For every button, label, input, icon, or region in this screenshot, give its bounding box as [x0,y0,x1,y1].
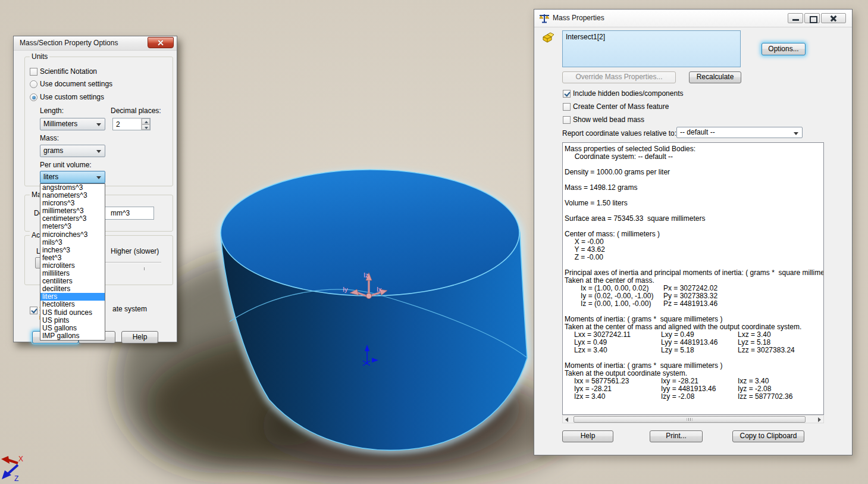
print-button[interactable]: Print... [650,430,703,442]
solidworks-viewport: Iz Iy Ix X Z Mass/Section Property Optio… [0,0,868,484]
volume-option[interactable]: feet^3 [40,254,105,262]
window-controls [788,13,846,23]
include-hidden-bodies-checkbox[interactable] [563,90,571,98]
volume-option[interactable]: microns^3 [40,199,105,207]
volume-option[interactable]: centimeters^3 [40,215,105,223]
volume-option[interactable]: liters [40,293,105,301]
report-coordinate-label: Report coordinate values relative to: [562,129,676,138]
mass-properties-window: Mass Properties Intersect1[2] Options...… [534,9,853,455]
selected-item: Intersect1[2] [566,33,605,41]
length-label: Length: [40,107,64,115]
mass-label: Mass: [40,134,59,142]
spinner-up-icon[interactable] [142,118,150,124]
include-hidden-bodies-label: Include hidden bodies/components [573,89,683,98]
volume-option[interactable]: microinches^3 [40,231,105,239]
help-button[interactable]: Help [121,331,158,344]
volume-option[interactable]: US fluid ounces [40,309,105,317]
volume-option[interactable]: hectoliters [40,301,105,308]
com-axis-x-label: Ix [377,286,382,293]
mass-units-value: grams [43,146,63,155]
report-line: Izx = 3.40Izy = -2.08Izz = 5877702.36 [565,393,823,401]
per-unit-volume-label: Per unit volume: [40,161,92,169]
report-line: Density = 1000.00 grams per liter [565,168,823,176]
volume-units-value: liters [43,173,58,181]
close-icon[interactable] [821,13,846,23]
output-coordinate-system-checkbox[interactable] [30,307,37,314]
selected-items-listbox[interactable]: Intersect1[2] [562,30,741,67]
recalculate-button[interactable]: Recalculate [689,71,741,83]
volume-option[interactable]: milliliters [40,270,105,277]
length-units-combobox[interactable]: Millimeters [40,118,105,130]
use-document-settings-radio[interactable] [30,80,37,88]
accuracy-higher-label: Higher (slower) [111,247,159,255]
length-units-value: Millimeters [43,120,77,128]
spinner-down-icon[interactable] [142,124,150,130]
decimal-places-label: Decimal places: [111,107,161,115]
copy-to-clipboard-button[interactable]: Copy to Clipboard [732,430,804,442]
show-weld-bead-label: Show weld bead mass [573,115,644,124]
com-axis-y-label: Iy [343,286,348,293]
restore-icon[interactable] [804,13,820,23]
density-value: mm^3 [111,209,130,217]
scroll-right-icon[interactable] [815,416,823,423]
volume-option[interactable]: millimeters^3 [40,207,105,215]
volume-option[interactable]: mils^3 [40,239,105,246]
scrollbar-thumb[interactable] [574,416,806,423]
options-dialog-titlebar[interactable]: Mass/Section Property Options [14,36,177,51]
report-line: Mass = 1498.12 grams [565,184,823,192]
create-center-of-mass-checkbox[interactable] [563,103,571,111]
corner-axis-z-label: Z [14,474,18,483]
volume-option[interactable]: centiliters [40,277,105,285]
mass-properties-report: Mass properties of selected Solid Bodies… [562,142,824,415]
volume-option[interactable]: US pints [40,317,105,324]
volume-option[interactable]: angstroms^3 [40,184,105,192]
report-coordinate-value: -- default -- [680,128,715,136]
report-line: Iz = (0.00, 1.00, -0.00)Pz = 4481913.46 [565,300,823,308]
options-button[interactable]: Options... [762,43,806,55]
accuracy-slider-tick [144,267,145,270]
override-mass-properties-button[interactable]: Override Mass Properties... [562,71,676,83]
report-line: Z = -0.00 [565,254,823,261]
report-horizontal-scrollbar[interactable] [562,415,824,423]
com-axis-z-label: Iz [364,271,369,279]
report-line: Lzx = 3.40Lzy = 5.18Lzz = 3027383.24 [565,346,823,354]
decimal-places-value: 2 [116,120,120,129]
decimal-places-spinner[interactable]: 2 [112,118,151,130]
close-icon[interactable] [148,37,174,48]
mass-properties-body: Intersect1[2] Options... Override Mass P… [534,27,852,455]
use-custom-settings-radio[interactable] [30,93,37,101]
coord-checkbox-text-fragment-end: ate system [112,305,147,313]
mass-section-property-options-dialog: Mass/Section Property Options Units Scie… [13,36,177,342]
scientific-notation-checkbox[interactable] [30,68,37,76]
report-line: Coordinate system: -- default -- [565,153,823,161]
volume-units-combobox[interactable]: liters [40,171,105,183]
report-line: Y = 43.62 [565,246,823,254]
help-button[interactable]: Help [562,430,613,442]
volume-option[interactable]: deciliters [40,285,105,293]
volume-units-dropdown-list[interactable]: angstroms^3nanometers^3microns^3millimet… [40,183,105,341]
volume-option[interactable]: US gallons [40,324,105,332]
corner-axis-x-label: X [18,455,23,463]
use-document-settings-label: Use document settings [40,80,112,88]
scales-icon [539,14,550,23]
options-dialog-title: Mass/Section Property Options [20,39,118,47]
mass-units-combobox[interactable]: grams [40,145,105,157]
scientific-notation-label: Scientific Notation [40,67,97,76]
create-center-of-mass-label: Create Center of Mass feature [573,102,669,111]
minimize-icon[interactable] [788,13,803,23]
show-weld-bead-checkbox[interactable] [563,116,571,124]
volume-option[interactable]: inches^3 [40,246,105,254]
use-custom-settings-label: Use custom settings [40,93,104,101]
report-line: Surface area = 75345.33 square millimete… [565,215,823,223]
report-coordinate-combobox[interactable]: -- default -- [676,127,803,138]
volume-option[interactable]: microliters [40,262,105,270]
mass-properties-titlebar[interactable]: Mass Properties [534,10,852,27]
units-group-label: Units [30,52,49,61]
solid-bodies-icon [542,32,555,43]
volume-option[interactable]: nanometers^3 [40,192,105,199]
volume-option[interactable]: meters^3 [40,223,105,230]
volume-option[interactable]: IMP gallons [40,332,105,340]
scroll-left-icon[interactable] [563,416,571,423]
options-dialog-body: Units Scientific Notation Use document s… [14,51,177,342]
mass-properties-title: Mass Properties [553,14,604,22]
